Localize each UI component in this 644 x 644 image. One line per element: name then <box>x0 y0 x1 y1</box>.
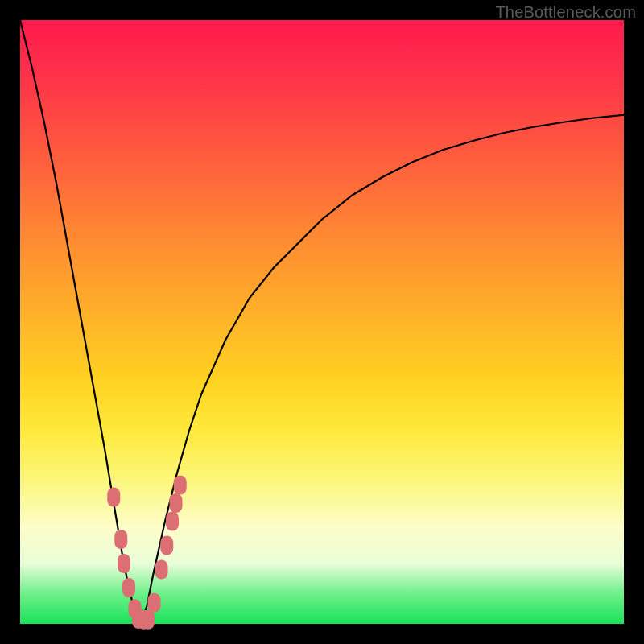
marker-point <box>148 593 161 613</box>
chart-svg <box>20 20 624 624</box>
chart-frame: TheBottleneck.com <box>0 0 644 644</box>
marker-point <box>166 512 179 531</box>
marker-point <box>142 610 155 630</box>
marker-point <box>170 493 183 513</box>
plot-area <box>20 20 624 624</box>
marker-point <box>114 530 127 549</box>
watermark-text: TheBottleneck.com <box>495 3 636 22</box>
marker-point <box>174 476 187 495</box>
marker-point <box>107 488 120 507</box>
curve-right <box>141 115 624 624</box>
marker-point <box>118 554 130 573</box>
marker-point <box>122 578 135 597</box>
marker-point <box>160 536 173 555</box>
marker-point <box>155 560 168 580</box>
